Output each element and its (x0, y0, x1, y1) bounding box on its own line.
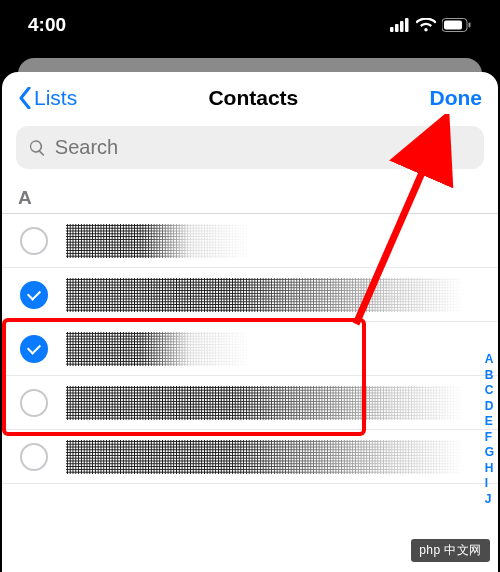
contact-name-redacted (66, 224, 482, 258)
index-letter[interactable]: J (485, 492, 494, 506)
svg-rect-0 (390, 27, 394, 32)
contact-row[interactable] (2, 214, 498, 268)
done-button[interactable]: Done (429, 86, 482, 110)
index-letter[interactable]: D (485, 399, 494, 413)
svg-rect-5 (444, 21, 462, 30)
selection-radio[interactable] (20, 335, 48, 363)
search-field[interactable] (16, 126, 484, 169)
index-letter[interactable]: E (485, 414, 494, 428)
wifi-icon (416, 18, 436, 32)
contact-row[interactable] (2, 322, 498, 376)
watermark: php 中文网 (411, 539, 490, 562)
contact-name-redacted (66, 440, 482, 474)
back-button[interactable]: Lists (18, 86, 77, 110)
contacts-sheet: Lists Contacts Done A A B C D E F G H I (2, 72, 498, 572)
section-header: A (2, 187, 498, 214)
index-letter[interactable]: A (485, 352, 494, 366)
index-letter[interactable]: F (485, 430, 494, 444)
page-title: Contacts (208, 86, 298, 110)
nav-bar: Lists Contacts Done (2, 72, 498, 120)
index-letter[interactable]: I (485, 476, 494, 490)
contact-row[interactable] (2, 430, 498, 484)
back-label: Lists (34, 86, 77, 110)
selection-radio[interactable] (20, 389, 48, 417)
index-letter[interactable]: B (485, 368, 494, 382)
contact-row[interactable] (2, 376, 498, 430)
contact-row[interactable] (2, 268, 498, 322)
search-icon (28, 138, 47, 158)
svg-rect-1 (395, 24, 399, 32)
selection-radio[interactable] (20, 281, 48, 309)
status-bar: 4:00 (0, 0, 500, 50)
index-letter[interactable]: C (485, 383, 494, 397)
selection-radio[interactable] (20, 443, 48, 471)
selection-radio[interactable] (20, 227, 48, 255)
chevron-left-icon (18, 87, 32, 109)
contact-name-redacted (66, 386, 482, 420)
svg-rect-2 (400, 21, 404, 32)
contact-name-redacted (66, 278, 482, 312)
cellular-icon (390, 18, 410, 32)
battery-icon (442, 18, 472, 32)
contact-name-redacted (66, 332, 482, 366)
svg-rect-6 (469, 23, 471, 28)
search-input[interactable] (55, 136, 472, 159)
status-right (390, 18, 472, 32)
alphabet-index[interactable]: A B C D E F G H I J (485, 352, 494, 506)
index-letter[interactable]: H (485, 461, 494, 475)
index-letter[interactable]: G (485, 445, 494, 459)
svg-rect-3 (405, 18, 409, 32)
status-time: 4:00 (28, 14, 66, 36)
